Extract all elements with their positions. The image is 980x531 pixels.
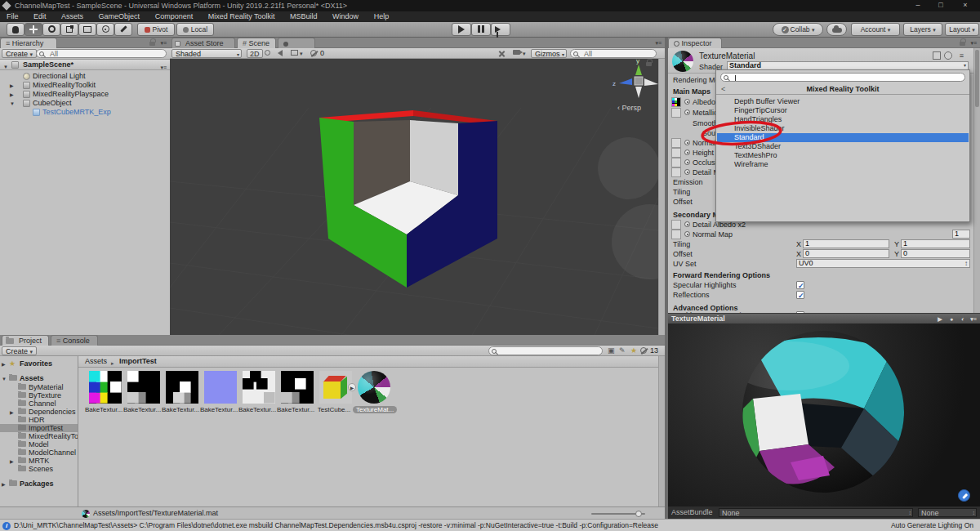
slider-knob[interactable]: [635, 511, 642, 517]
assetbundle-variant-dropdown[interactable]: None: [918, 508, 977, 517]
2d-toggle[interactable]: 2D: [247, 49, 263, 58]
tiling-y-field[interactable]: 1: [901, 239, 970, 248]
hand-tool-button[interactable]: [7, 23, 24, 36]
row-uv-set[interactable]: UV Set UV0↕: [668, 259, 973, 269]
back-icon[interactable]: <: [721, 84, 725, 95]
expander-icon[interactable]: ▼: [2, 375, 7, 382]
hidden-objects-icon[interactable]: [310, 50, 317, 56]
tab-console[interactable]: ≡ Console: [51, 335, 98, 346]
breadcrumb-assets[interactable]: Assets: [85, 356, 107, 367]
menu-component[interactable]: Component: [149, 11, 200, 22]
object-picker-icon[interactable]: [684, 169, 690, 175]
rotate-tool-button[interactable]: [42, 23, 60, 36]
project-scrollbar[interactable]: [658, 356, 665, 506]
preset-icon[interactable]: [933, 51, 941, 60]
camera-icon[interactable]: [513, 50, 520, 55]
shader-option-handtriangles[interactable]: HandTriangles: [717, 115, 969, 124]
object-picker-icon[interactable]: [684, 159, 690, 165]
asset-item-prefab[interactable]: ▶ TestCube...: [318, 371, 354, 415]
row-reflections[interactable]: Reflections: [668, 290, 973, 300]
expander-icon[interactable]: ▶: [10, 82, 14, 90]
expander-icon[interactable]: ▶: [2, 360, 6, 368]
object-picker-icon[interactable]: [684, 149, 690, 155]
move-tool-button[interactable]: [24, 23, 42, 36]
lock-icon[interactable]: [149, 42, 155, 46]
tree-folder-bymaterial[interactable]: ByMaterial: [0, 383, 78, 391]
tree-folder-modelchannel[interactable]: ModelChannel: [0, 448, 78, 457]
prefab-arrow-badge[interactable]: ▶: [348, 383, 356, 391]
tree-favorites[interactable]: ▶★Favorites: [0, 359, 78, 368]
expander-icon[interactable]: ▼: [10, 100, 15, 108]
row-normal-map-2[interactable]: Normal Map1: [668, 230, 973, 239]
object-picker-icon[interactable]: [684, 109, 690, 115]
expander-icon[interactable]: ▶: [10, 408, 14, 416]
normal2-texture-slot[interactable]: [671, 230, 681, 239]
expander-icon[interactable]: ▶: [10, 457, 14, 465]
menu-mixed-reality-toolkit[interactable]: Mixed Reality Toolkit: [202, 11, 282, 22]
tab-project[interactable]: Project: [2, 335, 49, 346]
normal-texture-slot[interactable]: [671, 138, 681, 148]
rect-tool-button[interactable]: [78, 23, 96, 36]
more-icon[interactable]: ≡: [960, 51, 964, 60]
project-create-button[interactable]: Create ▾: [2, 346, 37, 355]
shader-option-fingertipcursor[interactable]: FingerTipCursor: [717, 106, 969, 115]
tree-assets-root[interactable]: ▼Assets: [0, 374, 78, 382]
tab-hierarchy[interactable]: ≡ Hierarchy: [0, 38, 57, 48]
scene-effects-icon[interactable]: [291, 50, 298, 56]
offset-x-field[interactable]: 0: [803, 249, 889, 258]
close-icon[interactable]: ×: [956, 0, 975, 11]
tree-folder-mixedrealitytoolkit[interactable]: MixedRealityToolkit: [0, 432, 78, 440]
edit-material-badge-icon[interactable]: [958, 489, 970, 502]
expander-icon[interactable]: ▶: [10, 91, 14, 99]
camera-dropdown-icon[interactable]: ▾: [523, 51, 526, 57]
menu-edit[interactable]: Edit: [27, 11, 53, 22]
hierarchy-item-cubeobject[interactable]: ▼ CubeObject: [0, 99, 170, 108]
hidden-count-eye-icon[interactable]: [640, 347, 647, 354]
scene-audio-icon[interactable]: [278, 50, 283, 56]
asset-item[interactable]: BakeTextur...: [126, 371, 162, 415]
preview-sphere-icon[interactable]: ●: [947, 315, 956, 323]
asset-item[interactable]: BakeTextur...: [279, 371, 315, 415]
hierarchy-search-input[interactable]: All: [36, 49, 167, 58]
hierarchy-create-button[interactable]: Create ▾: [2, 49, 37, 58]
row-specular-highlights[interactable]: Specular Highlights: [668, 280, 973, 290]
preview-menu-icon[interactable]: ▾≡: [969, 315, 978, 323]
asset-item-material-selected[interactable]: TextureMat...: [356, 371, 392, 415]
tab-inspector[interactable]: Inspector: [668, 38, 722, 48]
shader-search-input[interactable]: [720, 73, 965, 82]
asset-item[interactable]: BakeTextur...: [164, 371, 200, 415]
hierarchy-item-mixedrealitytoolkit[interactable]: ▶ MixedRealityToolkit: [0, 81, 170, 90]
tree-packages[interactable]: ▶Packages: [0, 480, 78, 488]
scene-lighting-icon[interactable]: [265, 50, 270, 56]
transform-tool-button[interactable]: [96, 23, 114, 36]
gizmos-dropdown[interactable]: Gizmos: [531, 49, 567, 58]
panel-menu-icon[interactable]: ▾≡: [160, 40, 167, 47]
tab-game[interactable]: Game: [278, 38, 315, 48]
preview-header[interactable]: TextureMaterial ▶ ● ◐ ▾≡: [668, 313, 980, 324]
shader-option-text3dshader[interactable]: Text3DShader: [717, 142, 969, 151]
maximize-icon[interactable]: □: [931, 0, 951, 11]
shader-option-wireframe[interactable]: Wireframe: [717, 160, 969, 169]
favorites-star-icon[interactable]: ★: [630, 346, 637, 355]
effects-dropdown-icon[interactable]: ▾: [300, 51, 303, 57]
layout-dropdown[interactable]: Layout ▾: [945, 23, 979, 36]
collab-button[interactable]: ✓Collab ▾: [773, 23, 823, 36]
shader-option-invisibleshader[interactable]: InvisibleShader: [717, 124, 969, 133]
hierarchy-scene-row[interactable]: ▼ SampleScene* ▾≡: [0, 60, 170, 70]
menu-assets[interactable]: Assets: [55, 11, 90, 22]
minimize-icon[interactable]: –: [908, 0, 928, 11]
panel-menu-icon[interactable]: ▾≡: [655, 40, 662, 47]
tree-folder-dependencies[interactable]: ▶Dependencies: [0, 408, 78, 416]
pivot-toggle-button[interactable]: Pivot: [137, 23, 175, 36]
hierarchy-item-directional-light[interactable]: Directional Light: [0, 72, 170, 81]
panel-menu-icon[interactable]: ▾≡: [970, 40, 977, 47]
panel-splitter[interactable]: [665, 38, 668, 519]
metallic-texture-slot[interactable]: [671, 108, 681, 118]
object-picker-icon[interactable]: [684, 231, 690, 237]
tree-folder-bytexture[interactable]: ByTexture: [0, 391, 78, 399]
object-picker-icon[interactable]: [684, 140, 690, 145]
layers-dropdown[interactable]: Layers ▾: [903, 23, 942, 36]
material-preview-area[interactable]: [668, 324, 980, 506]
cloud-button[interactable]: [826, 23, 847, 36]
detail-mask-texture-slot[interactable]: [671, 167, 681, 177]
